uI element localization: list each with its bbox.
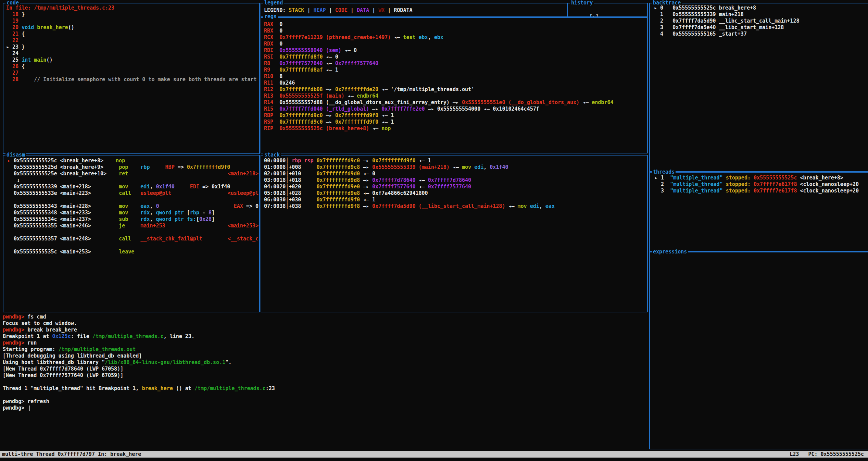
terminal-segment: /lib/x86_64-linux-gnu/libthread_db.so.1 <box>105 359 225 365</box>
registers-segment: 0 <box>279 21 282 27</box>
registers-segment: ◂— <box>369 125 381 132</box>
stack-segment: +038 <box>289 203 316 209</box>
stack-segment: —▸ <box>360 164 372 170</box>
disasm-segment <box>175 184 190 190</box>
stack-segment: +030 <box>289 197 316 203</box>
registers-segment <box>416 34 419 40</box>
terminal-segment: /tmp/multiple_threads.out <box>59 346 136 352</box>
disasm-segment: leave <box>119 249 134 255</box>
terminal-segment: () at <box>173 385 194 391</box>
status-thread-info: multi-thre Thread 0x7ffff7d797 In: break… <box>2 451 141 458</box>
stack-segment: 02:0010 <box>264 171 286 177</box>
backtrace-panel: backtrace ▸ 0 0x55555555525c break_here+… <box>649 3 868 172</box>
disasm-segment: => 0x1f40 <box>199 184 230 190</box>
code-panel: code In file: /tmp/multiple_threads.c:23… <box>3 3 260 154</box>
registers-line: RSI 0x7fffffffd8f0 ◂— 0 <box>264 54 647 60</box>
disasm-segment <box>128 203 140 209</box>
disasm-right-annotation: EAX => 0 <box>234 203 259 210</box>
disasm-segment: => <box>175 164 187 170</box>
terminal-segment: pwndbg> <box>3 405 27 411</box>
stack-line: 04:0020│+020 0x7fffffffd9e0 —▸ 0x7ffff75… <box>264 184 647 190</box>
disasm-segment <box>150 164 165 170</box>
disasm-segment: qword ptr <box>156 210 184 216</box>
registers-line: R11 0x246 <box>264 80 647 86</box>
terminal-segment: , line 23. <box>164 333 194 339</box>
stack-segment: ◂— 1 <box>360 197 375 203</box>
legend-segment: LEGEND: <box>264 7 289 13</box>
disasm-line <box>8 242 259 249</box>
registers-line: RDX 0 <box>264 41 647 47</box>
disasm-segment: <__stack_c <box>228 236 259 242</box>
disasm-line <box>8 229 259 236</box>
stack-segment: ◂— <box>450 164 462 170</box>
disasm-segment: 0x7fffffffd9f0 <box>187 164 230 170</box>
terminal-line: [New Thread 0x7ffff7577640 (LWP 67059)] <box>3 372 646 379</box>
terminal-segment: run <box>27 340 37 346</box>
code-line: 24 <box>6 50 259 57</box>
disasm-segment: 0x55555555535c <main+253> <box>8 249 91 255</box>
registers-segment: RDI <box>264 47 279 53</box>
disasm-segment: je <box>119 223 125 229</box>
threads-segment: 3 <box>655 188 670 194</box>
threads-line: 3 "multiple_thread" stopped: 0x7ffff7e61… <box>655 188 868 194</box>
registers-segment: 0x5555555551e0 (__do_global_dtors_aux) <box>462 99 579 105</box>
stack-segment: —▸ <box>360 203 372 209</box>
registers-segment: ◂— 0 <box>323 54 338 60</box>
disasm-segment <box>106 171 119 177</box>
legend-segment: RODATA <box>394 7 412 13</box>
disasm-segment: call <box>119 236 131 242</box>
terminal-segment: Using host libthread_db library " <box>3 359 105 365</box>
code-segment: // Initialize semaphore with count 0 to … <box>22 76 256 83</box>
registers-segment: ◂— 0x10102464c457f <box>480 106 539 112</box>
code-segment: 25 <box>6 57 22 63</box>
terminal-line: pwndbg> refresh <box>3 398 646 405</box>
registers-segment: R13 <box>264 93 279 99</box>
code-line: 22 <box>6 37 259 44</box>
stack-segment: , <box>539 203 545 209</box>
legend-segment: | <box>385 7 394 13</box>
registers-segment: ◂— <box>391 34 403 40</box>
legend-segment: CODE <box>335 7 348 13</box>
threads-segment: 2 <box>655 181 670 187</box>
stack-segment: , <box>483 164 490 170</box>
legend-segment: | <box>348 7 357 13</box>
code-line: 26 { <box>6 63 259 70</box>
registers-segment: 0x7ffff7ffe2e0 <box>381 106 425 112</box>
code-line: 19 <box>6 18 259 24</box>
legend-segment: HEAP <box>314 7 326 13</box>
terminal-line <box>3 392 646 398</box>
threads-segment <box>751 175 754 181</box>
registers-segment: endbr64 <box>592 99 613 105</box>
threads-segment: ▸ 1 <box>655 175 670 181</box>
disasm-segment: qword ptr fs: <box>156 216 196 222</box>
threads-segment: stopped: <box>726 181 751 187</box>
registers-segment: ◂— <box>378 86 391 92</box>
terminal-segment: refresh <box>27 398 49 404</box>
registers-segment: RCX <box>264 34 279 40</box>
registers-segment: 0x7ffff7e11219 (pthread_create+1497) <box>279 34 391 40</box>
disasm-segment <box>91 216 119 222</box>
stack-segment: 0x7fffffffd9f0 <box>372 158 415 164</box>
disasm-line: 0x555555555339 <main+218> mov edi, 0x1f4… <box>8 184 259 190</box>
stack-segment: 00:0000 <box>264 158 286 164</box>
threads-panel: threads ▸ 1 "multiple_thread" stopped: 0… <box>649 172 868 252</box>
disasm-segment: eax <box>140 203 150 209</box>
backtrace-segment: 4 0x555555555165 _start+37 <box>654 31 747 37</box>
disasm-segment: mov <box>119 203 128 209</box>
stack-segment: +028 <box>289 190 316 196</box>
terminal-segment: [Thread debugging using libthread_db ena… <box>3 353 142 359</box>
disasm-segment: <main+218> <box>228 171 259 177</box>
terminal-segment: fs cmd <box>27 314 46 320</box>
backtrace-segment: 2 0x7ffff7da5d90 __libc_start_call_main+… <box>654 18 799 24</box>
terminal[interactable]: pwndbg> fs cmdFocus set to cmd window.pw… <box>3 314 646 449</box>
disasm-panel: disasm ▸ 0x55555555525c <break_here+8> n… <box>3 155 260 312</box>
disasm-segment: __stack_chk_fail@plt <box>140 236 202 242</box>
disasm-segment: => 0 <box>243 203 259 209</box>
backtrace-segment: 3 0x7ffff7da5e40 __libc_start_main+128 <box>654 24 784 30</box>
registers-line: R8 0x7ffff7577640 ◂— 0x7ffff7577640 <box>264 60 647 67</box>
code-segment: { <box>22 63 25 70</box>
registers-segment: —▸ <box>323 112 335 119</box>
disasm-segment: EDI <box>190 184 199 190</box>
code-segment: 22 <box>6 37 18 43</box>
registers-segment: RAX <box>264 21 279 27</box>
